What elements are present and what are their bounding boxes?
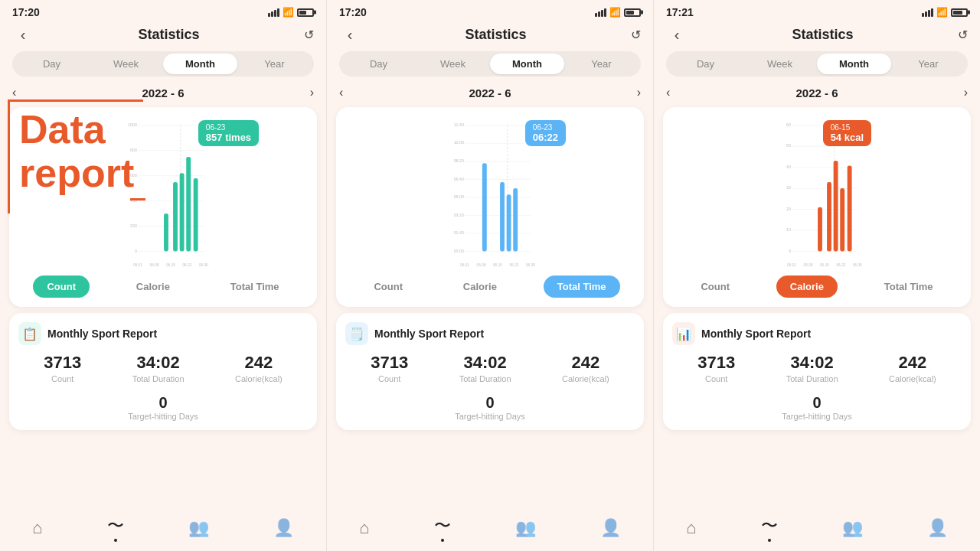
tab-day[interactable]: Day [15, 54, 89, 74]
svg-rect-48 [513, 188, 518, 251]
target-label: Target-hitting Days [345, 412, 635, 421]
svg-text:08:20: 08:20 [454, 158, 464, 163]
bottom-nav-profile[interactable]: 👤 [273, 518, 294, 538]
tab-day[interactable]: Day [668, 54, 743, 74]
chart-icon: 〜 [107, 514, 124, 537]
metric-btn-count[interactable]: Count [33, 276, 90, 298]
stat-label-0: Count [371, 374, 408, 383]
chart-tooltip: 06-23 06:22 [525, 120, 566, 146]
wifi-icon: 📶 [936, 7, 948, 18]
next-month-button[interactable]: › [310, 86, 314, 99]
stat-value-1: 34:02 [459, 353, 511, 373]
group-icon: 👥 [842, 518, 863, 538]
metric-buttons: CountCalorieTotal Time [671, 269, 963, 301]
report-card: 🗒️ Monthly Sport Report 3713 Count 34:02… [336, 313, 644, 430]
svg-text:06:40: 06:40 [454, 177, 464, 181]
tab-month[interactable]: Month [163, 54, 237, 74]
chart-svg: 11:4010:0008:2006:4005:0003:2001:4000:00… [344, 116, 636, 269]
month-label: 2022 - 6 [142, 86, 184, 99]
bottom-nav-profile[interactable]: 👤 [927, 518, 948, 538]
svg-text:06-30: 06-30 [526, 263, 535, 267]
bottom-nav-group[interactable]: 👥 [515, 518, 536, 538]
svg-text:20: 20 [786, 207, 791, 211]
refresh-button[interactable]: ↺ [631, 28, 641, 42]
next-month-button[interactable]: › [637, 86, 641, 99]
stat-value-2: 242 [235, 353, 283, 373]
svg-text:06-15: 06-15 [493, 263, 502, 267]
status-time: 17:20 [339, 6, 367, 18]
stat-item-2: 242 Calorie(kcal) [562, 353, 609, 383]
svg-text:50: 50 [786, 143, 791, 148]
header-title: Statistics [34, 27, 304, 43]
prev-month-button[interactable]: ‹ [666, 86, 670, 99]
active-dot [441, 539, 444, 542]
signal-icon [268, 8, 279, 17]
signal-icon [595, 8, 606, 17]
back-button[interactable]: ‹ [12, 26, 34, 44]
next-month-button[interactable]: › [964, 86, 968, 99]
bottom-nav-group[interactable]: 👥 [188, 518, 209, 538]
refresh-button[interactable]: ↺ [958, 28, 968, 42]
bottom-nav-chart[interactable]: 〜 [107, 514, 124, 542]
back-button[interactable]: ‹ [339, 26, 361, 44]
bottom-nav-home[interactable]: ⌂ [32, 518, 42, 538]
wifi-icon: 📶 [283, 7, 294, 18]
metric-btn-count[interactable]: Count [687, 276, 743, 298]
tab-year[interactable]: Year [237, 54, 312, 74]
active-dot [768, 539, 771, 542]
svg-text:05:00: 05:00 [454, 194, 464, 199]
refresh-button[interactable]: ↺ [304, 28, 314, 42]
profile-icon: 👤 [927, 518, 948, 538]
bottom-nav-home[interactable]: ⌂ [359, 518, 369, 538]
target-label: Target-hitting Days [672, 412, 962, 421]
chart-icon: 〜 [434, 514, 451, 537]
tab-year[interactable]: Year [891, 54, 965, 74]
stat-value-0: 3713 [44, 353, 81, 373]
stat-label-0: Count [44, 374, 81, 383]
svg-rect-71 [834, 161, 838, 252]
metric-btn-calorie[interactable]: Calorie [776, 276, 838, 298]
tab-week[interactable]: Week [89, 54, 163, 74]
bottom-nav-chart[interactable]: 〜 [434, 514, 451, 542]
status-time: 17:21 [666, 6, 694, 18]
wifi-icon: 📶 [609, 7, 621, 18]
tab-day[interactable]: Day [341, 54, 416, 74]
metric-btn-calorie[interactable]: Calorie [449, 276, 511, 298]
metric-btn-total-time[interactable]: Total Time [217, 276, 293, 298]
report-title: Monthly Sport Report [47, 328, 157, 340]
svg-text:06-08: 06-08 [150, 263, 159, 267]
report-header: 📋 Monthly Sport Report [18, 322, 308, 345]
metric-btn-calorie[interactable]: Calorie [122, 276, 184, 298]
tab-week[interactable]: Week [416, 54, 490, 74]
stat-label-0: Count [697, 374, 735, 383]
status-time: 17:20 [12, 6, 40, 18]
tab-year[interactable]: Year [564, 54, 639, 74]
home-icon: ⌂ [686, 518, 696, 538]
svg-text:30: 30 [786, 185, 791, 190]
metric-btn-total-time[interactable]: Total Time [871, 276, 947, 298]
svg-text:0: 0 [789, 249, 791, 253]
month-nav: ‹ 2022 - 6 › [339, 83, 641, 103]
chart-icon: 〜 [761, 514, 778, 537]
target-value: 0 [18, 394, 308, 412]
month-nav: ‹ 2022 - 6 › [666, 83, 968, 103]
tab-week[interactable]: Week [743, 54, 817, 74]
tab-month[interactable]: Month [490, 54, 564, 74]
tab-month[interactable]: Month [817, 54, 891, 74]
svg-text:10: 10 [786, 227, 791, 232]
svg-rect-73 [848, 165, 852, 251]
back-button[interactable]: ‹ [666, 26, 688, 44]
bottom-nav-chart[interactable]: 〜 [761, 514, 778, 542]
svg-text:06-15: 06-15 [820, 263, 829, 267]
prev-month-button[interactable]: ‹ [339, 86, 343, 99]
svg-rect-18 [164, 214, 168, 251]
target-row: 0 Target-hitting Days [672, 390, 962, 421]
metric-btn-total-time[interactable]: Total Time [544, 276, 620, 298]
metric-btn-count[interactable]: Count [360, 276, 416, 298]
bottom-nav-home[interactable]: ⌂ [686, 518, 696, 538]
bottom-nav-profile[interactable]: 👤 [600, 518, 621, 538]
report-card: 📋 Monthly Sport Report 3713 Count 34:02 … [9, 313, 317, 430]
prev-month-button[interactable]: ‹ [12, 86, 16, 99]
bottom-nav-group[interactable]: 👥 [842, 518, 863, 538]
svg-rect-21 [186, 157, 191, 252]
